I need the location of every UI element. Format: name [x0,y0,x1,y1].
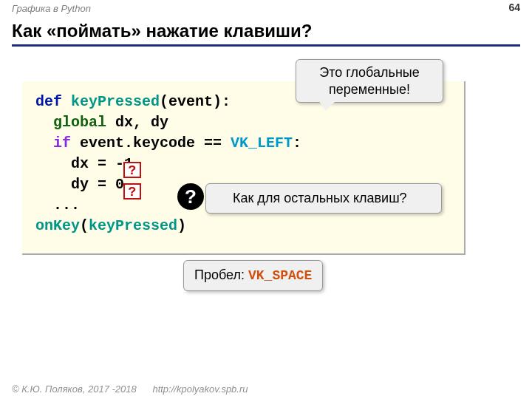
keyword-global: global [53,114,106,131]
code-block: def keyPressed(event): global dx, dy if … [22,81,466,255]
copyright: © К.Ю. Поляков, 2017 -2018 [12,383,137,395]
callout-rest-text: Как для остальных клавиш? [233,191,407,205]
if-cond-b: : [293,134,301,151]
series-title: Графика в Python [12,3,91,14]
mask-dx: ? [123,162,141,178]
question-icon: ? [177,183,204,210]
code-line-2: global dx, dy [35,112,451,133]
callout-space: Пробел: VK_SPACE [183,260,323,291]
onkey-fn: onKey [35,217,80,234]
function-name: keyPressed [71,93,160,110]
code-line-3: if event.keycode == VK_LEFT: [35,133,451,154]
callout-space-label: Пробел: [194,267,248,282]
paren-close: ) [177,217,186,234]
callout-tail-icon [318,100,336,111]
const-vk-left: VK_LEFT [231,134,293,151]
callout-rest-keys: Как для остальных клавиш? [205,183,442,214]
slide-title: Как «поймать» нажатие клавиши? [12,21,520,47]
callout-global-text: Это глобальные переменные! [319,65,420,97]
onkey-arg: keyPressed [89,217,177,234]
if-cond-a: event.keycode == [71,134,231,151]
code-line-4: dx = -1 [35,154,451,174]
mask-dy: ? [123,183,141,200]
header: Графика в Python 64 [0,0,532,16]
keyword-def: def [35,93,62,110]
code-line-7: onKey(keyPressed) [35,216,451,236]
callout-global-vars: Это глобальные переменные! [296,59,443,103]
paren-open: ( [80,217,89,234]
footer: © К.Ю. Поляков, 2017 -2018 http://kpolya… [12,383,248,395]
global-vars: dx, dy [106,114,168,131]
footer-url: http://kpolyakov.spb.ru [152,383,248,395]
keyword-if: if [53,134,71,151]
const-vk-space: VK_SPACE [248,268,312,283]
page-number: 64 [508,1,520,13]
params: (event): [160,93,231,110]
